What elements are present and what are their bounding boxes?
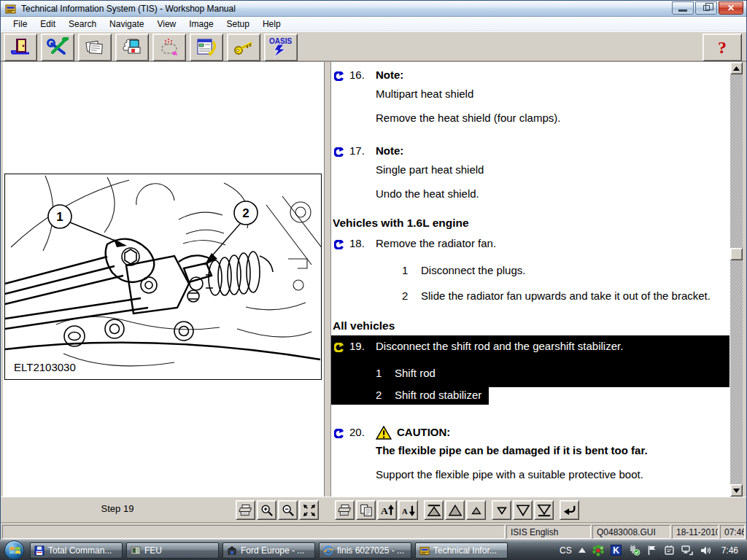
step-17-line2: Undo the heat shield. (376, 187, 732, 201)
close-button[interactable]: ✕ (719, 1, 743, 15)
caution-text: The flexible pipe can be damaged if it i… (376, 443, 732, 458)
step-19-number: 19. (349, 339, 376, 354)
taskbar-clock[interactable]: 7:46 (721, 545, 738, 556)
help-button[interactable]: ? (703, 34, 742, 61)
volume-icon[interactable] (700, 545, 712, 556)
tools-button[interactable] (41, 34, 74, 61)
step-19-sub2-text: Shift rod stabilizer (395, 388, 481, 402)
step-20-number: 20. (349, 425, 376, 440)
step-marker-icon (334, 240, 344, 249)
print-text-button[interactable] (335, 500, 355, 520)
previous-substep-button[interactable] (466, 500, 486, 520)
status-time: 07:46 (720, 525, 745, 539)
heading-all-vehicles: All vehicles (333, 319, 732, 333)
documents-button[interactable] (78, 34, 112, 61)
back-button[interactable] (560, 500, 579, 520)
documents-icon (84, 37, 106, 58)
svg-text:A: A (402, 506, 408, 515)
taskbar-item-feu[interactable]: FEU (126, 542, 219, 559)
safely-remove-hardware-icon[interactable] (628, 545, 640, 556)
show-hidden-icons-button[interactable] (578, 548, 586, 553)
access-key-button[interactable] (227, 34, 260, 61)
minimize-button[interactable] (672, 1, 694, 15)
scroll-down-button[interactable] (730, 484, 743, 497)
oasis-button[interactable]: OASIS (264, 34, 298, 61)
action-center-flag-icon[interactable] (647, 545, 657, 556)
last-step-icon (537, 504, 551, 517)
step-18-sub1-text: Disconnect the plugs. (421, 263, 525, 278)
step-17-line1: Single part heat shield (376, 163, 732, 177)
menu-view[interactable]: View (150, 18, 182, 31)
work-area: 1 2 ELT2103030 16. Note: (1, 62, 746, 497)
exit-button[interactable] (4, 34, 37, 61)
kaspersky-icon[interactable]: K (611, 545, 622, 556)
svg-text:K: K (613, 545, 619, 556)
menu-edit[interactable]: Edit (34, 18, 62, 31)
system-tray: CS K 7:46 (560, 545, 743, 556)
step-19-highlight[interactable]: 19. Disconnect the shift rod and the gea… (331, 335, 729, 387)
step-17-row: 17. Note: Single part heat shield Undo t… (333, 144, 732, 201)
network-icon[interactable] (681, 545, 694, 556)
caution-label: CAUTION: (397, 425, 450, 440)
step-18-row: 18. Remove the radiator fan. 1 Disconnec… (333, 236, 732, 303)
zoom-out-button[interactable] (278, 500, 298, 520)
tis-app-icon (419, 545, 430, 556)
menu-navigate[interactable]: Navigate (103, 18, 150, 31)
menu-help[interactable]: Help (256, 18, 287, 31)
fit-to-window-button[interactable] (299, 500, 319, 520)
taskbar-item-total-commander[interactable]: Total Comman... (30, 542, 123, 559)
menu-image[interactable]: Image (182, 18, 220, 31)
restore-button[interactable] (695, 1, 717, 15)
copy-icon (360, 504, 373, 517)
step-indicator: Step 19 (1, 503, 234, 514)
floppy-disk-icon (34, 545, 44, 556)
tray-language-indicator[interactable]: CS (560, 545, 572, 556)
status-language: ISIS English (506, 525, 591, 539)
taskbar-item-ford-europe[interactable]: Ford Europe - ... (222, 542, 315, 559)
taskbar-item-label: Technical Infor... (433, 545, 497, 556)
title-bar: Technical Information System (TIS) - Wor… (1, 1, 746, 17)
windows-update-icon[interactable] (664, 545, 675, 556)
bottom-toolbar: Step 19 A (1, 497, 746, 522)
go-first-step-button[interactable] (424, 500, 444, 520)
process-loop-button[interactable] (152, 34, 186, 61)
step-marker-icon (334, 147, 344, 157)
copy-button[interactable] (356, 500, 376, 520)
step-18-sub2-text: Slide the radiator fan upwards and take … (421, 289, 711, 303)
font-larger-button[interactable]: A (377, 500, 397, 520)
font-decrease-icon: A (401, 504, 416, 517)
scrollbar-thumb[interactable] (730, 248, 743, 260)
taskbar-item-finis[interactable]: finis 6027025 - ... (319, 542, 411, 559)
restore-icon (703, 5, 710, 11)
step-19-sub2-number: 2 (376, 388, 395, 402)
taskbar-item-tis-active[interactable]: Technical Infor... (415, 542, 508, 559)
step-marker-icon (334, 429, 344, 438)
step-17-title: Note: (376, 144, 732, 158)
previous-step-button[interactable] (445, 500, 465, 520)
scroll-up-button[interactable] (730, 62, 743, 74)
step-19-sub1-text: Shift rod (395, 366, 436, 381)
next-step-button[interactable] (513, 500, 533, 520)
print-stack-button[interactable] (115, 34, 149, 61)
windows-logo-icon (9, 545, 20, 556)
step-20-row: 20. CAUTION: The flexible pipe can be da… (333, 425, 732, 482)
step-19-row: 19. Disconnect the shift rod and the gea… (333, 339, 729, 356)
next-substep-button[interactable] (492, 500, 511, 520)
step-16-line1: Multipart heat shield (376, 87, 732, 101)
text-scrollbar[interactable] (730, 62, 743, 497)
step-marker-icon (334, 71, 344, 81)
menu-file[interactable]: File (7, 18, 34, 31)
print-image-button[interactable] (236, 500, 255, 520)
go-last-step-button[interactable] (534, 500, 554, 520)
icq-flower-icon[interactable] (592, 545, 604, 556)
step-19-highlight-partial[interactable]: 2 Shift rod stabilizer (331, 387, 489, 405)
menu-setup[interactable]: Setup (220, 18, 256, 31)
panel-divider[interactable] (324, 62, 331, 497)
start-button[interactable] (4, 540, 24, 560)
caution-triangle-icon (376, 426, 392, 440)
key-icon (233, 37, 255, 58)
zoom-in-button[interactable] (257, 500, 276, 520)
menu-search[interactable]: Search (62, 18, 103, 31)
font-smaller-button[interactable]: A (398, 500, 418, 520)
document-refresh-button[interactable] (190, 34, 223, 61)
